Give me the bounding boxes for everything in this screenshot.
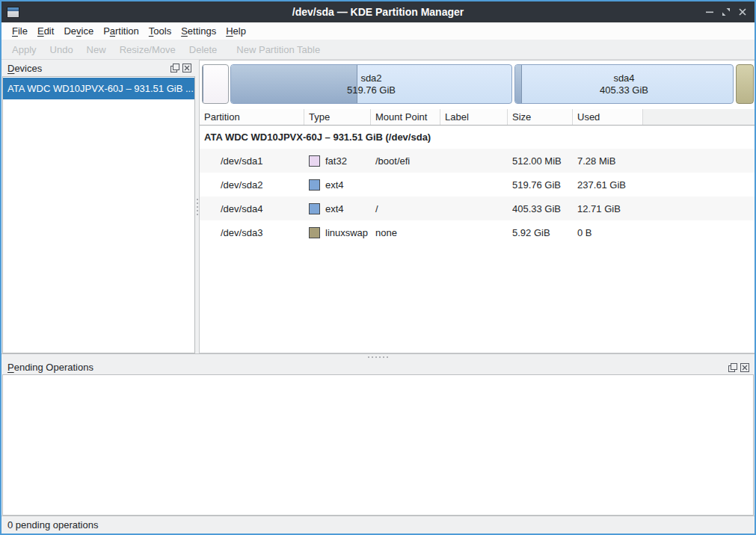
partition-segment-sda2[interactable]: sda2 519.76 GiB xyxy=(230,64,512,104)
type-label: fat32 xyxy=(325,155,347,167)
sda2-name-label: sda2 xyxy=(360,72,381,84)
pending-close-icon[interactable] xyxy=(740,362,749,372)
devices-float-icon[interactable] xyxy=(170,64,179,73)
pending-operations-count: 0 pending operations xyxy=(7,519,98,531)
column-header-filler xyxy=(643,109,755,125)
device-content-panel: sda2 519.76 GiB sda4 405.33 GiB Partitio… xyxy=(199,60,755,353)
statusbar: 0 pending operations xyxy=(1,516,755,534)
maximize-icon[interactable] xyxy=(720,6,732,18)
device-group-title[interactable]: ATA WDC WD10JPVX-60J – 931.51 GiB (/dev/… xyxy=(200,126,755,149)
cell-partition: /dev/sda3 xyxy=(200,227,304,238)
sda1-used-fill xyxy=(203,65,203,103)
window-title: /dev/sda — KDE Partition Manager xyxy=(1,6,755,18)
horizontal-splitter-handle xyxy=(368,356,388,358)
pending-operations-title: Pending Operations xyxy=(7,362,93,373)
type-label: linuxswap xyxy=(325,227,368,238)
cell-partition: /dev/sda1 xyxy=(200,155,304,167)
menu-device[interactable]: Device xyxy=(64,25,93,37)
toolbar: Apply Undo New Resize/Move Delete New Pa… xyxy=(1,40,755,60)
table-empty-area xyxy=(200,244,755,353)
vertical-splitter-handle xyxy=(197,199,198,215)
ext4-color-swatch xyxy=(309,179,320,191)
ext4-color-swatch xyxy=(309,203,320,214)
new-partition-table-button[interactable]: New Partition Table xyxy=(236,44,320,55)
type-label: ext4 xyxy=(325,179,344,191)
undo-button[interactable]: Undo xyxy=(50,44,73,55)
pending-operations-list xyxy=(2,374,754,516)
close-icon[interactable] xyxy=(737,6,749,18)
cell-used: 7.28 MiB xyxy=(573,155,643,167)
menu-edit[interactable]: Edit xyxy=(37,25,54,37)
partition-graphic-bar: sda2 519.76 GiB sda4 405.33 GiB xyxy=(200,61,755,109)
partition-segment-sda3[interactable] xyxy=(736,64,754,104)
devices-dock: Devices ATA WDC WD10JPVX-60J – 931.51 xyxy=(1,60,196,353)
cell-mount-point: /boot/efi xyxy=(371,155,440,167)
menu-help[interactable]: Help xyxy=(226,25,246,37)
sda4-used-fill xyxy=(515,65,522,103)
column-header-mount-point[interactable]: Mount Point xyxy=(371,109,440,125)
horizontal-splitter[interactable] xyxy=(1,353,755,360)
pending-float-icon[interactable] xyxy=(728,362,737,372)
menubar: File Edit Device Partition Tools Setting… xyxy=(1,22,755,40)
column-header-type[interactable]: Type xyxy=(304,109,371,125)
partition-segment-sda4[interactable]: sda4 405.33 GiB xyxy=(514,64,734,104)
menu-file[interactable]: File xyxy=(12,25,28,37)
cell-type: ext4 xyxy=(304,179,371,191)
menu-settings[interactable]: Settings xyxy=(181,25,216,37)
column-header-partition[interactable]: Partition xyxy=(200,109,304,125)
cell-partition: /dev/sda2 xyxy=(200,179,304,191)
sda2-used-fill xyxy=(231,65,357,103)
cell-used: 0 B xyxy=(573,227,643,238)
table-row-sda3[interactable]: /dev/sda3 linuxswap none 5.92 GiB 0 B xyxy=(200,220,755,244)
type-label: ext4 xyxy=(325,203,344,214)
cell-used: 12.71 GiB xyxy=(573,203,643,214)
new-button[interactable]: New xyxy=(87,44,106,55)
cell-mount-point: / xyxy=(371,203,440,214)
delete-button[interactable]: Delete xyxy=(189,44,218,55)
titlebar[interactable]: /dev/sda — KDE Partition Manager xyxy=(1,1,755,22)
devices-dock-header: Devices xyxy=(1,60,196,76)
table-header: Partition Type Mount Point Label Size Us… xyxy=(200,109,755,126)
fat32-color-swatch xyxy=(309,155,320,167)
cell-partition: /dev/sda4 xyxy=(200,203,304,214)
cell-mount-point: none xyxy=(371,227,440,238)
linuxswap-color-swatch xyxy=(309,227,320,238)
table-row-sda4[interactable]: /dev/sda4 ext4 / 405.33 GiB 12.71 GiB xyxy=(200,197,755,220)
cell-type: fat32 xyxy=(304,155,371,167)
resize-move-button[interactable]: Resize/Move xyxy=(120,44,176,55)
kde-partition-manager-window: /dev/sda — KDE Partition Manager File Ed… xyxy=(0,0,756,535)
sda4-name-label: sda4 xyxy=(613,72,634,84)
apply-button[interactable]: Apply xyxy=(12,44,37,55)
device-item-sda[interactable]: ATA WDC WD10JPVX-60J – 931.51 GiB ... xyxy=(3,78,194,99)
column-header-label[interactable]: Label xyxy=(440,109,508,125)
main-area: Devices ATA WDC WD10JPVX-60J – 931.51 xyxy=(1,60,755,353)
cell-used: 237.61 GiB xyxy=(573,179,643,191)
cell-type: linuxswap xyxy=(304,227,371,238)
cell-type: ext4 xyxy=(304,203,371,214)
device-list: ATA WDC WD10JPVX-60J – 931.51 GiB ... xyxy=(2,76,195,353)
cell-size: 519.76 GiB xyxy=(508,179,573,191)
window-controls xyxy=(704,6,755,18)
partition-table: Partition Type Mount Point Label Size Us… xyxy=(200,109,755,353)
pending-operations-header: Pending Operations xyxy=(1,360,755,374)
column-header-size[interactable]: Size xyxy=(508,109,573,125)
menu-tools[interactable]: Tools xyxy=(149,25,171,37)
cell-size: 512.00 MiB xyxy=(508,155,573,167)
table-row-sda2[interactable]: /dev/sda2 ext4 519.76 GiB 237.61 GiB xyxy=(200,173,755,197)
table-row-sda1[interactable]: /dev/sda1 fat32 /boot/efi 512.00 MiB 7.2… xyxy=(200,149,755,173)
menu-partition[interactable]: Partition xyxy=(103,25,139,37)
app-icon xyxy=(7,7,19,18)
partition-segment-sda1[interactable] xyxy=(202,64,229,104)
cell-size: 405.33 GiB xyxy=(508,203,573,214)
sda2-size-label: 519.76 GiB xyxy=(347,84,396,96)
minimize-icon[interactable] xyxy=(704,6,716,18)
devices-close-icon[interactable] xyxy=(182,64,191,73)
devices-dock-title: Devices xyxy=(7,63,42,74)
sda4-size-label: 405.33 GiB xyxy=(600,84,648,96)
column-header-used[interactable]: Used xyxy=(573,109,643,125)
cell-size: 5.92 GiB xyxy=(508,227,573,238)
